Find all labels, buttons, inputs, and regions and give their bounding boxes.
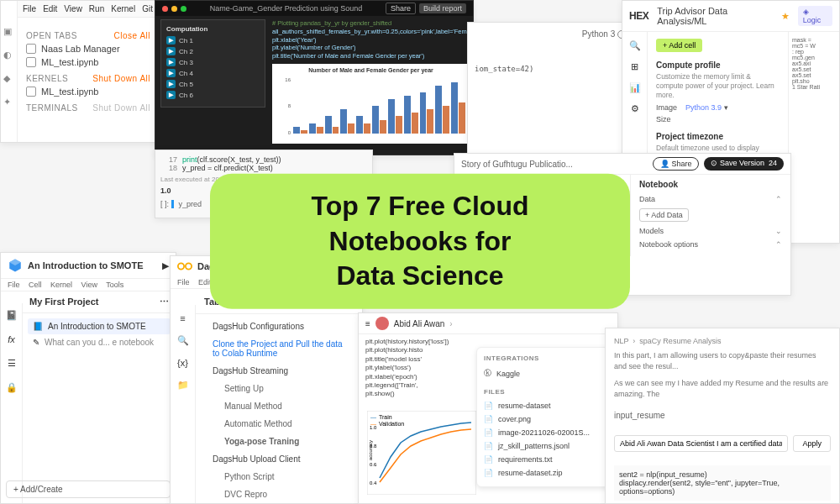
- code-line: print(print(clf.score(X_test, y_test))cl…: [182, 155, 281, 164]
- menu-view[interactable]: View: [81, 281, 97, 289]
- shutdown-all-button[interactable]: Shut Down All: [92, 74, 150, 83]
- menu-file[interactable]: File: [8, 281, 20, 289]
- save-button[interactable]: ⊙ Save Version 24: [704, 157, 784, 171]
- kaggle-icon: ⓚ: [484, 368, 491, 379]
- toc-icon[interactable]: ≡: [180, 313, 185, 323]
- home-icon[interactable]: ≡: [365, 319, 370, 328]
- run-icon[interactable]: ▶: [162, 260, 169, 271]
- file-item[interactable]: 📄cover.png: [484, 412, 603, 426]
- comp-label: Ch 6: [179, 92, 193, 99]
- toc-item[interactable]: Automatic Method: [196, 415, 362, 433]
- avatar[interactable]: [375, 317, 389, 330]
- menu-kernel[interactable]: Kernel: [50, 281, 72, 289]
- toc-item[interactable]: DagsHub Streaming: [196, 362, 362, 380]
- file-icon: 📄: [484, 428, 493, 437]
- running-icon[interactable]: ◐: [3, 50, 15, 61]
- comp-item[interactable]: ▶Ch 1: [166, 36, 260, 45]
- project-title[interactable]: Trip Advisor Data Analysis/ML: [657, 6, 773, 26]
- menu-file[interactable]: File: [23, 4, 36, 13]
- breadcrumb[interactable]: Story of Gufhtugu Publicatio...: [461, 160, 573, 169]
- sparkle-icon: ✎: [33, 338, 39, 347]
- comp-item[interactable]: ▶Ch 3: [166, 58, 260, 66]
- toc-item[interactable]: Python Script: [196, 468, 362, 486]
- comp-item[interactable]: ▶Ch 4: [166, 69, 260, 77]
- list-icon[interactable]: ☰: [8, 358, 16, 369]
- toc-item[interactable]: Clone the Project and Pull the data to C…: [196, 335, 362, 362]
- fx-icon[interactable]: fx: [8, 334, 15, 344]
- toc-item[interactable]: DVC Repro: [196, 486, 362, 503]
- kernel-indicator[interactable]: Python 3: [582, 29, 626, 39]
- add-data-button[interactable]: + Add Data: [639, 206, 782, 224]
- resume-input[interactable]: [614, 435, 788, 452]
- file-item[interactable]: 📄resume-dataset: [484, 399, 603, 412]
- add-create-button[interactable]: + Add/Create: [6, 480, 171, 498]
- integration-item[interactable]: ⓚKaggle: [484, 365, 603, 381]
- search-icon[interactable]: 🔍: [177, 335, 189, 346]
- add-cell-button[interactable]: + Add cell: [656, 39, 702, 52]
- side-item[interactable]: Notebook options⌃: [639, 238, 782, 251]
- notebook-icon[interactable]: 📓: [6, 310, 18, 321]
- toc-item[interactable]: Yoga-pose Traning: [196, 433, 362, 450]
- file-item[interactable]: 📄requirements.txt: [484, 453, 603, 466]
- side-item[interactable]: Data⌃: [639, 192, 782, 206]
- toc-item[interactable]: DagsHub Configurations: [196, 318, 362, 335]
- code-line: y_pred = clf.predict(X_test): [182, 164, 273, 172]
- window-close-icon[interactable]: [162, 6, 168, 12]
- noteable-panel: ≡ Abid Ali Awan › plt.plot(history.histo…: [358, 312, 618, 504]
- image-value[interactable]: Python 3.9: [685, 103, 722, 112]
- menu-view[interactable]: View: [64, 4, 82, 13]
- menu-cell[interactable]: Cell: [29, 281, 42, 289]
- file-item[interactable]: 📄resume-dataset.zip: [484, 466, 603, 480]
- nb-title[interactable]: An Introduction to SMOTE: [28, 260, 143, 270]
- share-button[interactable]: Share: [386, 3, 416, 14]
- file-item[interactable]: 📄image-20211026-02001S...: [484, 426, 603, 439]
- folder-icon[interactable]: ▣: [3, 26, 15, 38]
- menu-run[interactable]: Run: [89, 4, 104, 13]
- star-icon[interactable]: ★: [781, 11, 790, 22]
- code-line: sent2 = nlp(input_resume): [619, 470, 826, 479]
- user-name[interactable]: Abid Ali Awan: [394, 319, 444, 328]
- menu-tools[interactable]: Tools: [106, 281, 123, 289]
- schema-icon[interactable]: 📊: [629, 82, 641, 93]
- tab-item[interactable]: ML_test.ipynb: [26, 57, 150, 67]
- project-name[interactable]: My First Project: [29, 297, 99, 307]
- toc-item[interactable]: DagsHub Upload Client: [196, 450, 362, 468]
- file-item[interactable]: 📘An Introduction to SMOTE: [28, 318, 171, 334]
- menu-git[interactable]: Git: [142, 4, 153, 13]
- menu-file[interactable]: File: [177, 278, 190, 286]
- vars-icon[interactable]: {x}: [177, 358, 188, 368]
- headline-line-1: Top 7 Free Cloud Notebooks for: [239, 189, 601, 259]
- build-button[interactable]: Build report: [419, 3, 466, 13]
- menu-kernel[interactable]: Kernel: [111, 4, 135, 13]
- file-item[interactable]: 📄jz_skill_patterns.jsonl: [484, 439, 603, 453]
- toc-item[interactable]: Manual Method: [196, 397, 362, 415]
- chevron-right-icon: ›: [449, 319, 452, 328]
- chevron-up-icon: ⌃: [775, 240, 782, 249]
- toc-item[interactable]: Setting Up: [196, 380, 362, 397]
- crumb-nlp[interactable]: NLP: [614, 337, 628, 345]
- data-icon[interactable]: ⊞: [631, 61, 638, 72]
- tab-item[interactable]: Naas Lab Manager: [26, 44, 150, 54]
- search-icon[interactable]: 🔍: [629, 40, 641, 51]
- folder-icon[interactable]: 📁: [177, 380, 189, 391]
- side-item[interactable]: Models⌄: [639, 224, 782, 238]
- share-button[interactable]: 👤 Share: [653, 157, 700, 171]
- close-all-button[interactable]: Close All: [114, 31, 150, 40]
- settings-icon[interactable]: ⚙: [631, 103, 639, 114]
- window-min-icon[interactable]: [171, 6, 177, 12]
- window-max-icon[interactable]: [181, 6, 186, 12]
- more-icon[interactable]: ⋯: [160, 297, 169, 307]
- apply-button[interactable]: Apply: [793, 435, 831, 452]
- kernel-item[interactable]: ML_test.ipynb: [26, 87, 150, 97]
- comp-item[interactable]: ▶Ch 6: [166, 91, 260, 99]
- crumb-title[interactable]: spaCy Resume Analysis: [639, 337, 721, 345]
- logic-button[interactable]: ◈ Logic: [798, 6, 832, 26]
- ext-icon[interactable]: ✦: [3, 97, 15, 108]
- comp-item[interactable]: ▶Ch 5: [166, 80, 260, 88]
- lock-icon[interactable]: 🔒: [6, 382, 18, 393]
- next-cell[interactable]: y_pred: [171, 200, 202, 208]
- search-row[interactable]: ✎What can you d... e notebook: [28, 334, 171, 350]
- comp-item[interactable]: ▶Ch 2: [166, 47, 260, 55]
- git-icon[interactable]: ◆: [3, 73, 15, 85]
- menu-edit[interactable]: Edit: [43, 4, 57, 13]
